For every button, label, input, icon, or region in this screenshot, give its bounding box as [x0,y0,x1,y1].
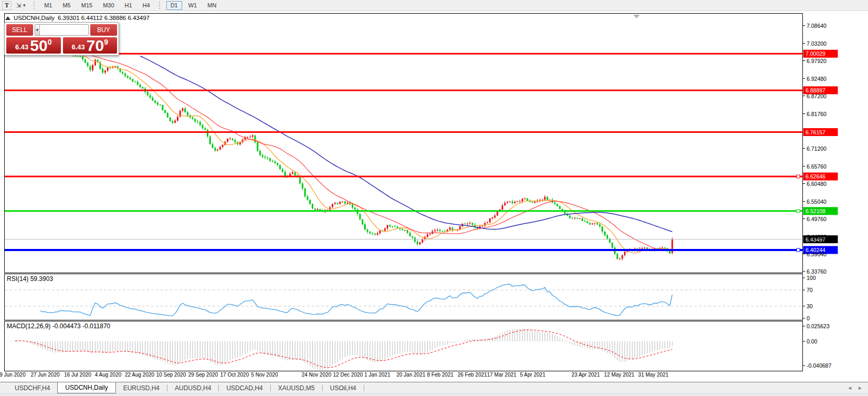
chart-tab-usoil[interactable]: USOil,H4 [323,382,364,393]
svg-text:30: 30 [807,303,813,309]
timeframe-button-group: M1M5M15M30H1H4D1W1MN [40,1,220,10]
sell-price-box[interactable]: 6.43 50 0 [6,37,61,54]
svg-text:12 May 2021: 12 May 2021 [604,372,634,378]
buy-price-box[interactable]: 6.43 70 9 [63,37,118,54]
svg-text:23 Apr 2021: 23 Apr 2021 [571,372,600,378]
svg-text:9 Jun 2020: 9 Jun 2020 [0,372,26,378]
tab-bar-spacer [0,382,7,393]
status-strip [0,393,868,396]
svg-text:26 Feb 2021: 26 Feb 2021 [458,372,488,378]
svg-text:27 Jun 2020: 27 Jun 2020 [30,372,59,378]
svg-text:17 Mar 2021: 17 Mar 2021 [487,372,517,378]
rsi-axis: 10070300 [803,275,816,321]
tabs-container: USDCHF,H4USDCNH,DailyEURUSD,H4AUDUSD,H4U… [7,382,364,393]
timeframe-button-mn[interactable]: MN [203,1,220,10]
svg-text:5 Apr 2021: 5 Apr 2021 [520,372,546,378]
svg-text:6.76157: 6.76157 [806,129,825,136]
chart-tab-usdcnh[interactable]: USDCNH,Daily [57,382,115,393]
chevron-down-icon: ▼ [22,3,26,8]
timeframe-button-m15[interactable]: M15 [77,1,97,10]
panel-borders [5,14,803,371]
chart-ohlc-values: 6.39301 6.44112 6.38886 6.43497 [58,15,150,21]
svg-text:20 Jan 2021: 20 Jan 2021 [396,372,425,378]
cursor-tool-button[interactable]: ⇲ ▼ [13,1,30,10]
svg-text:31 May 2021: 31 May 2021 [638,372,669,378]
svg-text:6.60480: 6.60480 [807,181,827,187]
svg-text:6.92480: 6.92480 [807,76,827,82]
timeframe-button-w1[interactable]: W1 [184,1,202,10]
text-tool-button[interactable]: T [2,1,12,10]
macd-values: -0.004473 -0.011870 [52,322,111,330]
svg-text:-0.040687: -0.040687 [807,362,831,369]
svg-text:12 Dec 2020: 12 Dec 2020 [333,372,363,378]
svg-text:6.52108: 6.52108 [806,208,825,214]
chart-title: USDCNH,Daily 6.39301 6.44112 6.38886 6.4… [5,15,150,21]
svg-text:24 Nov 2020: 24 Nov 2020 [302,372,332,378]
chart-canvas[interactable]: 7.000296.888976.761576.626466.521086.402… [0,0,868,396]
svg-text:6.71200: 6.71200 [807,145,827,152]
timeframe-button-h4[interactable]: H4 [139,1,154,10]
tab-separator [364,384,364,391]
svg-text:29 Sep 2020: 29 Sep 2020 [188,372,218,378]
svg-text:6.65760: 6.65760 [807,163,827,170]
volume-decrease-button[interactable]: ▼ [35,25,40,35]
svg-text:22 Aug 2020: 22 Aug 2020 [125,372,155,378]
svg-text:7.03200: 7.03200 [807,40,827,47]
toolbar-separator [159,2,162,9]
timeframe-button-d1[interactable]: D1 [166,1,182,10]
macd-indicator-label: MACD(12,26,9) -0.004473 -0.011870 [7,322,110,330]
svg-text:4 Aug 2020: 4 Aug 2020 [95,372,122,378]
chart-tab-bar: USDCHF,H4USDCNH,DailyEURUSD,H4AUDUSD,H4U… [0,382,868,393]
svg-text:10 Sep 2020: 10 Sep 2020 [156,372,186,378]
svg-text:0.00: 0.00 [807,338,818,345]
svg-text:0.025623: 0.025623 [807,323,830,329]
cursor-tool-icon: ⇲ [16,2,21,9]
one-click-trading-panel: SELL ▼ ▲ BUY 6.43 50 0 6.43 70 9 [4,22,119,56]
svg-text:70: 70 [807,287,813,293]
svg-text:6.97920: 6.97920 [807,58,827,64]
chart-tab-audusd[interactable]: AUDUSD,H4 [167,382,218,393]
toolbar-separator [34,2,36,9]
date-axis: 9 Jun 202027 Jun 202016 Jul 20204 Aug 20… [0,372,669,378]
svg-text:6.87200: 6.87200 [807,93,827,99]
volume-stepper: ▼ ▲ [35,24,89,36]
timeframe-button-h1[interactable]: H1 [121,1,136,10]
rsi-indicator-label: RSI(14) 59.3903 [7,275,53,283]
sell-price-pip: 0 [48,38,52,46]
timeframe-button-m1[interactable]: M1 [40,1,56,10]
svg-text:6.49760: 6.49760 [807,216,827,222]
tab-scroll-right-button[interactable]: ► [858,385,863,391]
buy-price-prefix: 6.43 [72,43,85,51]
chart-tab-usdcad[interactable]: USDCAD,H4 [219,382,270,393]
chart-tab-eurusd[interactable]: EURUSD,H4 [116,382,167,393]
chart-tab-xauusd[interactable]: XAUUSD,M5 [271,382,322,393]
svg-text:6.44320: 6.44320 [807,234,827,240]
toolbar: T ⇲ ▼ M1M5M15M30H1H4D1W1MN [0,0,868,11]
svg-text:7.08640: 7.08640 [807,23,827,29]
svg-text:5 Nov 2020: 5 Nov 2020 [251,372,278,378]
buy-button[interactable]: BUY [90,24,117,36]
svg-text:100: 100 [807,275,816,281]
volume-input[interactable] [40,25,89,35]
rsi-name: RSI(14) [7,275,28,283]
svg-text:6.55040: 6.55040 [807,199,827,205]
buy-price-pip: 9 [104,38,108,46]
one-click-trading-toggle-icon[interactable] [5,16,10,20]
svg-text:8 Feb 2021: 8 Feb 2021 [427,372,454,378]
macd-axis: 0.0256230.00-0.040687 [803,323,832,369]
svg-text:1 Jan 2021: 1 Jan 2021 [364,372,390,378]
sell-price-main: 50 [30,38,47,53]
svg-text:0: 0 [807,315,810,321]
timeframe-button-m30[interactable]: M30 [99,1,118,10]
svg-text:6.39040: 6.39040 [807,251,827,257]
svg-text:7.00029: 7.00029 [806,50,825,57]
buy-price-main: 70 [87,38,104,53]
svg-text:6.81760: 6.81760 [807,111,827,117]
svg-text:17 Oct 2020: 17 Oct 2020 [220,372,249,378]
sell-button[interactable]: SELL [6,24,33,36]
tab-scroll-left-button[interactable]: ◄ [847,385,852,391]
svg-text:16 Jul 2020: 16 Jul 2020 [64,372,91,378]
application-window: 7.000296.888976.761576.626466.521086.402… [0,0,868,396]
timeframe-button-m5[interactable]: M5 [58,1,75,10]
chart-tab-usdchf[interactable]: USDCHF,H4 [7,382,57,393]
